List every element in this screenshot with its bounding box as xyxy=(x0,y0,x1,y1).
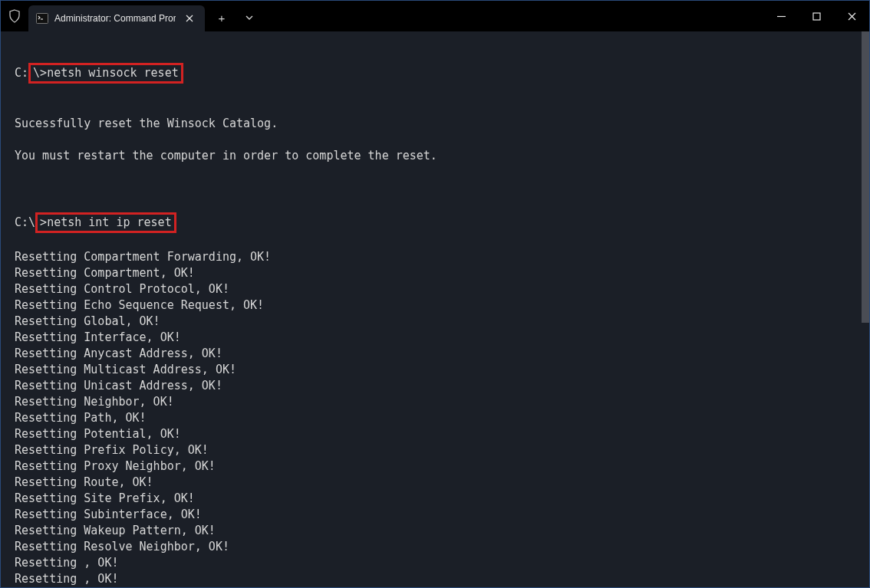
minimize-icon xyxy=(777,12,786,21)
output-line: You must restart the computer in order t… xyxy=(15,148,855,164)
prompt-line-2: C:\>netsh int ip reset xyxy=(15,212,855,233)
new-tab-button[interactable]: + xyxy=(209,5,234,30)
svg-rect-5 xyxy=(813,13,820,20)
output-line: Resetting Interface, OK! xyxy=(15,330,855,346)
window-titlebar: Administrator: Command Pron + xyxy=(1,1,869,31)
output-line: Resetting , OK! xyxy=(15,571,855,587)
output-line: Resetting Neighbor, OK! xyxy=(15,394,855,410)
command-text-1: netsh winsock reset xyxy=(47,66,179,80)
output-line: Resetting Path, OK! xyxy=(15,410,855,426)
tab-controls: + xyxy=(209,1,262,31)
tab-active[interactable]: Administrator: Command Pron xyxy=(28,5,205,31)
output-line: Sucessfully reset the Winsock Catalog. xyxy=(15,116,855,132)
output-line: Resetting Wakeup Pattern, OK! xyxy=(15,523,855,539)
reset-output-block: Resetting Compartment Forwarding, OK!Res… xyxy=(15,249,855,587)
plus-icon: + xyxy=(219,11,226,25)
output-line: Resetting Potential, OK! xyxy=(15,426,855,442)
maximize-button[interactable] xyxy=(799,1,834,31)
scrollbar-vertical[interactable] xyxy=(862,31,869,587)
prompt-text: C: xyxy=(15,66,28,80)
output-line: Resetting Subinterface, OK! xyxy=(15,507,855,523)
minimize-button[interactable] xyxy=(763,1,799,31)
output-line: Resetting Multicast Address, OK! xyxy=(15,362,855,378)
window-controls xyxy=(763,1,869,31)
svg-rect-0 xyxy=(37,14,48,24)
output-line: Resetting Site Prefix, OK! xyxy=(15,491,855,507)
output-line: Resetting Unicast Address, OK! xyxy=(15,378,855,394)
prompt-text: C:\ xyxy=(15,215,35,229)
scrollbar-thumb[interactable] xyxy=(862,31,869,323)
highlight-box-2: >netsh int ip reset xyxy=(35,212,176,233)
output-line: Resetting Echo Sequence Request, OK! xyxy=(15,297,855,314)
maximize-icon xyxy=(812,12,821,21)
output-line: Resetting Resolve Neighbor, OK! xyxy=(15,539,855,555)
tab-title: Administrator: Command Pron xyxy=(54,13,176,24)
output-line: Resetting Compartment Forwarding, OK! xyxy=(15,249,855,265)
output-line: Resetting Global, OK! xyxy=(15,314,855,330)
app-icon-slot xyxy=(1,1,28,31)
output-line: Resetting Prefix Policy, OK! xyxy=(15,442,855,458)
chevron-down-icon xyxy=(245,13,254,22)
highlight-box-1: \>netsh winsock reset xyxy=(28,63,183,84)
prompt-line-1: C:\>netsh winsock reset xyxy=(15,63,855,84)
output-line: Resetting , OK! xyxy=(15,555,855,571)
output-line: Resetting Proxy Neighbor, OK! xyxy=(15,458,855,475)
output-line: Resetting Route, OK! xyxy=(15,475,855,491)
tab-close-button[interactable] xyxy=(182,11,197,26)
output-line: Resetting Compartment, OK! xyxy=(15,265,855,281)
output-line: Resetting Control Protocol, OK! xyxy=(15,281,855,297)
output-line: Resetting Anycast Address, OK! xyxy=(15,346,855,362)
tab-dropdown-button[interactable] xyxy=(237,5,262,30)
close-icon xyxy=(848,12,856,21)
titlebar-spacer xyxy=(262,1,763,31)
terminal-pane[interactable]: C:\>netsh winsock reset Sucessfully rese… xyxy=(1,31,869,587)
shield-icon xyxy=(8,9,21,23)
close-button[interactable] xyxy=(834,1,869,31)
command-text-2: netsh int ip reset xyxy=(47,215,172,229)
cmd-icon xyxy=(36,12,48,25)
close-icon xyxy=(186,15,193,22)
